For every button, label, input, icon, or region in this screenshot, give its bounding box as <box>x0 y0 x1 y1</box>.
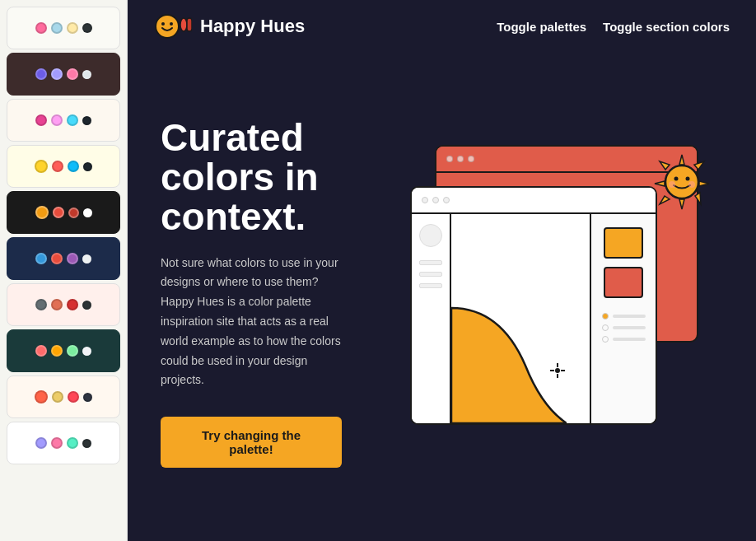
palette-dot <box>83 208 92 217</box>
palette-dot <box>53 207 64 218</box>
cta-button[interactable]: Try changing the palette! <box>161 417 342 468</box>
toggle-palettes-link[interactable]: Toggle palettes <box>497 20 586 34</box>
hero-illustration <box>375 137 723 450</box>
svg-point-19 <box>674 176 679 180</box>
mini-list <box>597 306 651 349</box>
palette-dot <box>52 161 63 172</box>
mini-line <box>613 315 646 318</box>
color-swatch-orange <box>604 227 643 259</box>
inner-menu-item <box>419 260 442 265</box>
svg-marker-12 <box>699 181 709 186</box>
hero-section: Curated colors in context. Not sure what… <box>128 53 756 541</box>
mini-list-row <box>602 313 646 319</box>
app-header: Happy Hues Toggle palettes Toggle sectio… <box>128 0 756 53</box>
palette-dot <box>35 437 47 449</box>
palette-dot <box>68 208 79 218</box>
palette-dot <box>35 206 49 219</box>
svg-point-5 <box>555 368 560 373</box>
browser-body <box>412 214 656 423</box>
palette-dot <box>35 390 48 403</box>
palette-card-9[interactable] <box>7 375 120 418</box>
palette-dot <box>82 254 91 264</box>
hero-title: Curated colors in context. <box>161 118 342 237</box>
palette-dot <box>67 68 78 80</box>
inner-sidebar <box>412 214 451 423</box>
svg-marker-15 <box>660 196 670 204</box>
mini-dot <box>602 336 609 343</box>
logo: Happy Hues <box>154 13 305 40</box>
palette-dot <box>35 345 47 357</box>
palette-dot <box>67 253 78 264</box>
palette-card-7[interactable] <box>7 283 120 326</box>
window-dot-3 <box>468 156 474 162</box>
inner-avatar <box>419 224 442 247</box>
inner-content <box>451 214 590 423</box>
inner-menu-item <box>419 272 442 277</box>
window-dot-1 <box>446 156 453 162</box>
palette-dot <box>51 437 63 449</box>
mini-line <box>613 338 646 341</box>
palette-dot <box>67 345 78 357</box>
logo-icon <box>154 13 192 40</box>
svg-marker-17 <box>660 161 670 170</box>
mini-line <box>613 326 646 329</box>
logo-svg <box>154 13 192 40</box>
palette-card-4[interactable] <box>7 145 120 188</box>
palette-dot <box>51 22 63 34</box>
palette-dot <box>35 299 47 310</box>
orange-curve-svg <box>451 259 567 423</box>
svg-point-1 <box>161 22 165 26</box>
palette-card-8[interactable] <box>7 329 120 372</box>
palette-dot <box>67 437 78 449</box>
mini-list-row <box>602 324 646 331</box>
palette-dot <box>52 391 63 403</box>
palette-dot <box>35 253 47 264</box>
palette-card-3[interactable] <box>7 99 120 142</box>
palette-dot <box>51 345 63 357</box>
window-dot-6 <box>443 197 450 203</box>
palette-card-2[interactable] <box>7 53 120 96</box>
svg-point-0 <box>156 15 179 38</box>
palette-dot <box>51 114 63 126</box>
svg-point-2 <box>170 22 173 26</box>
palette-dot <box>67 299 78 310</box>
palette-dot <box>82 23 92 33</box>
palette-dot <box>67 114 78 126</box>
palette-card-1[interactable] <box>7 7 120 49</box>
svg-marker-13 <box>695 193 701 204</box>
palette-dot <box>35 114 47 126</box>
svg-point-20 <box>686 176 690 180</box>
toggle-section-link[interactable]: Toggle section colors <box>603 20 730 34</box>
palette-dot <box>51 299 63 310</box>
mini-dot <box>602 324 609 331</box>
palette-dot <box>82 347 91 356</box>
palette-card-10[interactable] <box>7 422 120 464</box>
svg-point-22 <box>688 181 695 188</box>
logo-title: Happy Hues <box>200 16 305 37</box>
svg-rect-3 <box>180 18 187 31</box>
svg-marker-10 <box>679 155 684 165</box>
hero-description: Not sure what colors to use in your desi… <box>161 254 342 391</box>
browser-window-front <box>410 186 657 425</box>
palette-dot <box>51 253 63 264</box>
palette-dot <box>67 22 78 34</box>
svg-point-21 <box>669 181 675 188</box>
mini-dot <box>602 313 609 319</box>
palette-card-5[interactable] <box>7 191 120 234</box>
palette-dot <box>82 116 91 125</box>
svg-marker-16 <box>655 181 665 186</box>
palette-dot <box>83 162 92 171</box>
inner-right-panel <box>590 214 656 423</box>
palette-dot <box>35 160 48 173</box>
palette-dot <box>51 68 63 80</box>
svg-rect-4 <box>187 18 192 31</box>
mini-list-row <box>602 336 646 343</box>
main-content: Happy Hues Toggle palettes Toggle sectio… <box>128 0 756 541</box>
nav: Toggle palettes Toggle section colors <box>497 20 730 34</box>
color-swatch-red <box>604 267 643 298</box>
palette-card-6[interactable] <box>7 237 120 280</box>
palette-dot <box>68 391 79 403</box>
browser-front-titlebar <box>412 188 656 214</box>
palette-sidebar <box>0 0 128 541</box>
svg-marker-14 <box>679 199 684 209</box>
